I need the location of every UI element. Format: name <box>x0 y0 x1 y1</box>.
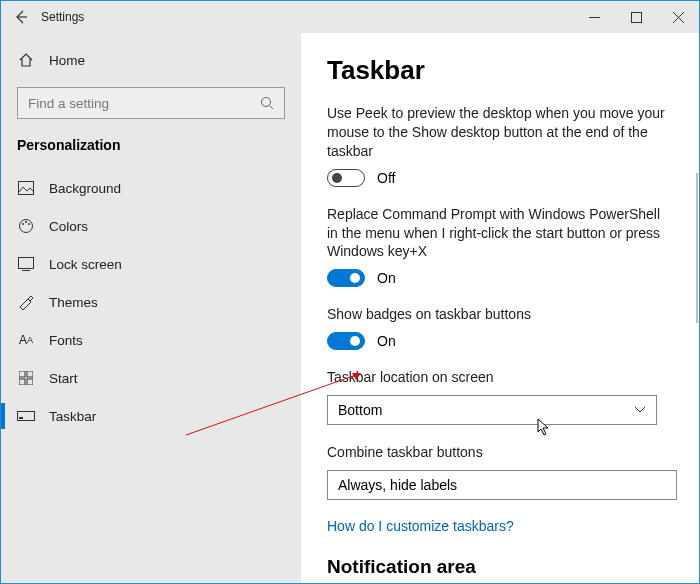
setting-label: Use Peek to preview the desktop when you… <box>327 104 669 161</box>
cursor-icon <box>537 418 551 436</box>
toggle-peek[interactable] <box>327 169 365 187</box>
setting-powershell: Replace Command Prompt with Windows Powe… <box>327 205 669 288</box>
search-icon <box>260 96 274 110</box>
dropdown-value: Bottom <box>338 402 382 418</box>
svg-rect-16 <box>19 379 25 385</box>
setting-peek: Use Peek to preview the desktop when you… <box>327 104 669 187</box>
home-icon <box>17 51 35 69</box>
chevron-down-icon <box>634 406 646 414</box>
arrow-left-icon <box>13 9 29 25</box>
svg-rect-12 <box>19 258 34 269</box>
sidebar-item-lockscreen[interactable]: Lock screen <box>1 245 301 283</box>
setting-label: Combine taskbar buttons <box>327 443 669 462</box>
svg-point-9 <box>22 223 24 225</box>
start-icon <box>17 369 35 387</box>
help-link[interactable]: How do I customize taskbars? <box>327 518 669 534</box>
window-controls <box>573 1 699 33</box>
toggle-state: On <box>377 270 396 286</box>
setting-label: Taskbar location on screen <box>327 368 669 387</box>
dropdown-value: Always, hide labels <box>338 477 457 493</box>
section-notification-area: Notification area <box>327 556 669 578</box>
svg-point-11 <box>28 223 30 225</box>
setting-label: Show badges on taskbar buttons <box>327 305 669 324</box>
svg-rect-18 <box>18 412 35 421</box>
dropdown-location[interactable]: Bottom <box>327 395 657 425</box>
sidebar-item-label: Themes <box>49 295 98 310</box>
search-input[interactable] <box>17 87 285 119</box>
svg-rect-2 <box>631 12 641 22</box>
back-button[interactable] <box>1 9 41 25</box>
sidebar-item-label: Background <box>49 181 121 196</box>
sidebar-item-label: Taskbar <box>49 409 96 424</box>
sidebar: Home Personalization Background Colors L… <box>1 33 301 583</box>
sidebar-section-title: Personalization <box>1 131 301 169</box>
toggle-state: Off <box>377 170 395 186</box>
picture-icon <box>17 179 35 197</box>
sidebar-item-label: Fonts <box>49 333 83 348</box>
toggle-state: On <box>377 333 396 349</box>
sidebar-item-start[interactable]: Start <box>1 359 301 397</box>
minimize-button[interactable] <box>573 1 615 33</box>
dropdown-combine[interactable]: Always, hide labels <box>327 470 677 500</box>
sidebar-item-background[interactable]: Background <box>1 169 301 207</box>
toggle-badges[interactable] <box>327 332 365 350</box>
sidebar-item-themes[interactable]: Themes <box>1 283 301 321</box>
svg-line-6 <box>270 106 274 110</box>
svg-rect-17 <box>27 379 33 385</box>
sidebar-item-label: Lock screen <box>49 257 122 272</box>
page-title: Taskbar <box>327 55 669 86</box>
scrollbar[interactable] <box>696 173 698 323</box>
maximize-button[interactable] <box>615 1 657 33</box>
svg-rect-7 <box>19 182 34 195</box>
setting-badges: Show badges on taskbar buttons On <box>327 305 669 350</box>
sidebar-item-colors[interactable]: Colors <box>1 207 301 245</box>
sidebar-item-fonts[interactable]: AA Fonts <box>1 321 301 359</box>
svg-point-5 <box>262 98 271 107</box>
setting-location: Taskbar location on screen Bottom <box>327 368 669 425</box>
titlebar: Settings <box>1 1 699 33</box>
main-pane: Taskbar Use Peek to preview the desktop … <box>301 33 699 583</box>
svg-rect-14 <box>19 371 25 377</box>
svg-point-10 <box>25 221 27 223</box>
themes-icon <box>17 293 35 311</box>
svg-rect-19 <box>19 417 23 419</box>
sidebar-item-label: Start <box>49 371 78 386</box>
home-button[interactable]: Home <box>1 45 301 83</box>
close-button[interactable] <box>657 1 699 33</box>
sidebar-item-label: Colors <box>49 219 88 234</box>
palette-icon <box>17 217 35 235</box>
app-body: Home Personalization Background Colors L… <box>1 33 699 583</box>
fonts-icon: AA <box>17 331 35 349</box>
toggle-powershell[interactable] <box>327 269 365 287</box>
sidebar-item-taskbar[interactable]: Taskbar <box>1 397 301 435</box>
search-field[interactable] <box>28 96 260 111</box>
taskbar-icon <box>17 407 35 425</box>
setting-combine: Combine taskbar buttons Always, hide lab… <box>327 443 669 500</box>
home-label: Home <box>49 53 85 68</box>
lockscreen-icon <box>17 255 35 273</box>
svg-rect-15 <box>27 371 33 377</box>
window-title: Settings <box>41 10 573 24</box>
setting-label: Replace Command Prompt with Windows Powe… <box>327 205 669 262</box>
